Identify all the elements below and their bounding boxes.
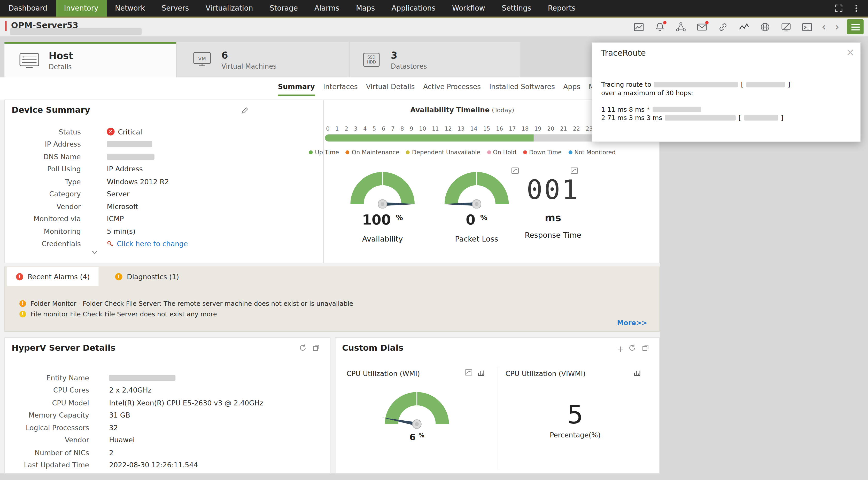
tab-active-processes[interactable]: Active Processes: [423, 82, 481, 96]
right-panel-menu-button[interactable]: [847, 20, 864, 34]
nav-applications[interactable]: Applications: [383, 0, 443, 16]
hour-label: 18: [522, 126, 529, 132]
dns-redacted: [107, 153, 154, 160]
hour-label: 0: [326, 126, 330, 132]
field-row-category: Category Server: [5, 188, 323, 200]
svg-text:SSD: SSD: [368, 55, 376, 60]
packet-loss-gauge-block: 0 % Packet Loss: [438, 162, 516, 243]
more-link[interactable]: More>>: [617, 319, 647, 327]
availability-value: 100: [362, 212, 391, 228]
svg-text:VM: VM: [198, 56, 206, 62]
card-host-details[interactable]: Host Details: [4, 42, 176, 77]
entity-name-redacted: [109, 375, 176, 381]
nav-servers[interactable]: Servers: [153, 0, 197, 16]
packet-loss-gauge: [438, 162, 516, 208]
nav-virtualization[interactable]: Virtualization: [197, 0, 261, 16]
uptime-bar[interactable]: [325, 134, 599, 142]
alarm-severity-icon: !: [20, 300, 26, 307]
traceroute-hop-2: 2 71 ms 3 ms 3 ms [ ]: [601, 114, 783, 122]
device-summary-title: Device Summary: [11, 105, 90, 115]
hour-label: 21: [560, 126, 567, 132]
detach-icon[interactable]: [642, 344, 650, 353]
card-host-subtitle: Details: [49, 63, 73, 71]
card-datastore-label: Datastores: [391, 62, 427, 70]
alarm-severity-icon: !: [20, 310, 26, 317]
toggle-number-icon[interactable]: [464, 368, 473, 377]
top-nav: Dashboard Inventory Network Servers Virt…: [0, 0, 868, 18]
response-time-label: Response Time: [514, 231, 592, 239]
hour-label: 9: [410, 126, 413, 132]
nav-inventory[interactable]: Inventory: [56, 0, 106, 16]
alarm-bell-icon[interactable]: [654, 22, 665, 33]
kebab-menu-icon[interactable]: [851, 3, 862, 13]
nav-maps[interactable]: Maps: [348, 0, 383, 16]
nav-storage[interactable]: Storage: [261, 0, 306, 16]
mail-badge: [705, 21, 709, 24]
link-icon[interactable]: [717, 22, 728, 33]
timeline-hours: 01234567891011121314151617181920212223: [326, 126, 593, 132]
edit-icon[interactable]: [241, 106, 250, 115]
scroll-down-icon[interactable]: [91, 248, 99, 257]
card-virtual-machines[interactable]: VM 6 Virtual Machines: [177, 42, 349, 77]
refresh-icon[interactable]: [299, 344, 308, 353]
toggle-chart-icon[interactable]: [476, 368, 485, 377]
credentials-change-link[interactable]: Click here to change: [117, 239, 188, 248]
toggle-graph-icon[interactable]: [511, 167, 519, 175]
field-row-cpumodel: CPU Model Intel(R) Xeon(R) CPU E5-2630 v…: [5, 397, 330, 409]
response-time-value: 001: [514, 176, 592, 203]
terminal-icon[interactable]: [802, 22, 813, 33]
availability-gauge: [344, 162, 421, 208]
fullscreen-toggle-icon[interactable]: [834, 3, 844, 13]
alarm-row[interactable]: !Folder Monitor - Folder Check File Serv…: [20, 298, 353, 309]
hour-label: 1: [335, 126, 339, 132]
tab-interfaces[interactable]: Interfaces: [323, 82, 358, 96]
card-datastores[interactable]: SSDHDD 3 Datastores: [350, 42, 520, 77]
legend-item: On Maintenance: [346, 149, 399, 156]
traceroute-icon[interactable]: [739, 22, 750, 33]
ip-redacted: [107, 141, 152, 147]
unmanage-device-icon[interactable]: [780, 22, 792, 33]
tab-virtual-details[interactable]: Virtual Details: [366, 82, 415, 96]
tab-installed-softwares[interactable]: Installed Softwares: [489, 82, 555, 96]
web-icon[interactable]: [760, 22, 771, 33]
nav-workflow[interactable]: Workflow: [444, 0, 493, 16]
uptime-bar-fill: [325, 134, 534, 142]
alarm-row[interactable]: !File monitor File Check File Server doe…: [20, 309, 353, 319]
topology-icon[interactable]: [675, 22, 686, 33]
hour-label: 6: [382, 126, 385, 132]
nav-reports[interactable]: Reports: [540, 0, 584, 16]
hour-label: 13: [458, 126, 464, 132]
response-time-unit: ms: [514, 212, 592, 224]
hyperv-panel: HyperV Server Details Entity Name CPU Co…: [4, 337, 331, 473]
hour-label: 20: [547, 126, 554, 132]
tab-recent-alarms[interactable]: ! Recent Alarms (4): [7, 267, 99, 286]
nav-network[interactable]: Network: [107, 0, 153, 16]
hour-label: 15: [483, 126, 490, 132]
nav-settings[interactable]: Settings: [493, 0, 540, 16]
nav-dashboard[interactable]: Dashboard: [0, 0, 56, 16]
nav-alarms[interactable]: Alarms: [306, 0, 348, 16]
close-icon[interactable]: ×: [846, 46, 855, 58]
performance-chart-icon[interactable]: [633, 22, 644, 33]
hop2-ip-redacted: [744, 115, 778, 121]
alarm-list: !Folder Monitor - Folder Check File Serv…: [20, 298, 353, 319]
status-value: Critical: [118, 128, 142, 136]
tab-summary[interactable]: Summary: [278, 82, 315, 96]
toggle-chart-icon[interactable]: [633, 368, 641, 377]
tab-diagnostics[interactable]: ! Diagnostics (1): [106, 267, 188, 286]
add-dial-icon[interactable]: +: [617, 344, 624, 353]
mail-icon[interactable]: [696, 22, 708, 33]
tab-apps[interactable]: Apps: [563, 82, 580, 96]
alarm-text: Folder Monitor - Folder Check File Serve…: [30, 299, 353, 307]
toggle-graph-icon[interactable]: [570, 167, 579, 175]
wmi-gauge-block: 6 %: [378, 382, 456, 443]
refresh-icon[interactable]: [628, 344, 637, 353]
traceroute-popup: TraceRoute × Tracing route to [ ] over a…: [592, 42, 861, 142]
packet-loss-value: 0: [466, 212, 475, 228]
field-row-hvvendor: Vendor Huawei: [5, 434, 330, 446]
prev-device-icon[interactable]: ‹: [822, 20, 826, 33]
detach-icon[interactable]: [312, 344, 321, 353]
field-row-logicalproc: Logical Processors 32: [5, 421, 330, 434]
next-device-icon[interactable]: ›: [835, 20, 839, 33]
device-action-icons: [633, 22, 812, 33]
